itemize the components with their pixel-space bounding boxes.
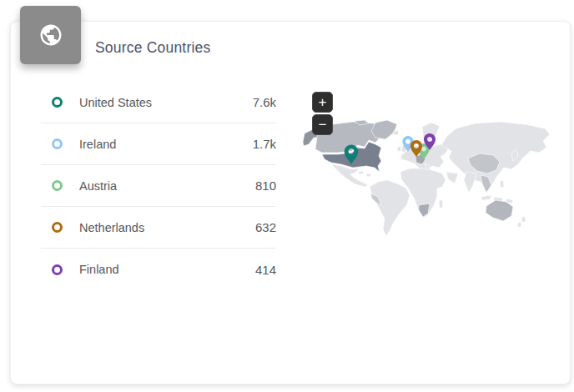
- country-color-ring: [52, 222, 63, 233]
- map-zoom-out-button[interactable]: −: [312, 114, 333, 135]
- country-value: 632: [255, 220, 276, 234]
- country-color-ring: [52, 264, 63, 275]
- country-label: United States: [79, 96, 152, 109]
- map-country-india: [464, 172, 476, 193]
- country-label: Netherlands: [79, 221, 144, 234]
- map-country-madagascar: [439, 199, 443, 209]
- country-value: 7.6k: [253, 95, 276, 109]
- map-country-australia: [486, 200, 513, 221]
- map-island-indonesia: [481, 195, 491, 200]
- country-label: Austria: [79, 179, 117, 193]
- map-island: [366, 173, 371, 177]
- country-value: 810: [255, 178, 276, 193]
- map-region-asia: [441, 122, 550, 188]
- country-row-austria: Austria 810: [41, 165, 276, 207]
- map-country-new-zealand: [517, 222, 521, 228]
- country-label: Finland: [79, 263, 119, 276]
- country-row-ireland: Ireland 1.7k: [41, 123, 276, 165]
- country-label: Ireland: [79, 138, 116, 151]
- map-country-new-zealand: [521, 216, 526, 223]
- country-value: 414: [255, 263, 276, 277]
- country-row-netherlands: Netherlands 632: [41, 207, 276, 249]
- world-map: [303, 120, 553, 241]
- map-region-central-america: [331, 164, 368, 187]
- map-island: [358, 171, 364, 174]
- world-map-region: + −: [303, 92, 563, 284]
- country-color-ring: [52, 97, 63, 108]
- globe-icon-tile: [20, 6, 81, 64]
- country-color-ring: [52, 180, 63, 191]
- map-zoom-in-button[interactable]: +: [312, 92, 333, 113]
- source-countries-card: Source Countries United States 7.6k Irel…: [10, 21, 571, 384]
- country-color-ring: [52, 138, 63, 149]
- map-country-philippines: [500, 180, 504, 188]
- country-value: 1.7k: [253, 137, 276, 151]
- country-list: United States 7.6k Ireland 1.7k Austria …: [41, 82, 276, 290]
- country-row-finland: Finland 414: [41, 249, 276, 290]
- globe-icon: [38, 23, 63, 48]
- map-country-greenland: [371, 120, 397, 139]
- map-region-arabia: [446, 172, 458, 183]
- card-title: Source Countries: [95, 39, 210, 57]
- map-country-ireland: [397, 146, 401, 152]
- map-region-south-america: [370, 180, 410, 236]
- country-row-united-states: United States 7.6k: [41, 82, 276, 123]
